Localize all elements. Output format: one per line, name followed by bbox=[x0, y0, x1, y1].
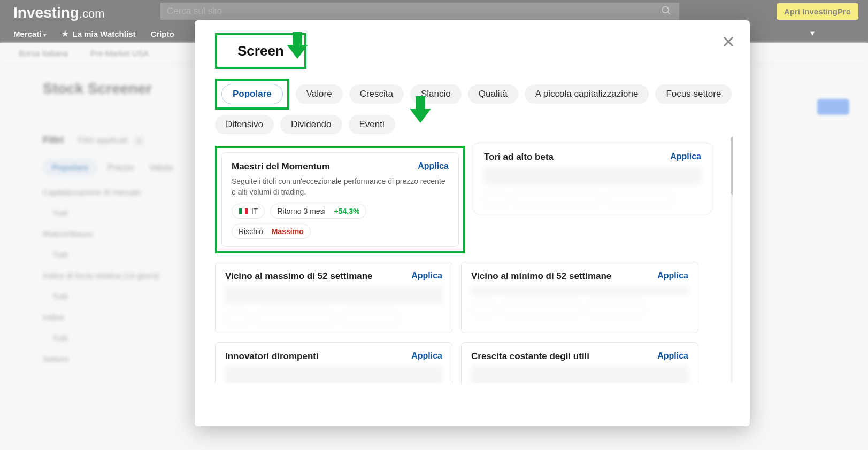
card-minimo-52[interactable]: Vicino al minimo di 52 settimane Applica bbox=[461, 262, 698, 333]
card-maestri-momentum[interactable]: Maestri del Momentum Applica Seguite i t… bbox=[221, 152, 459, 247]
modal-title: Screen bbox=[237, 43, 284, 59]
risk-pill: Rischio Massimo bbox=[232, 224, 311, 239]
country-code: IT bbox=[251, 207, 258, 215]
country-pill: IT bbox=[232, 204, 265, 219]
tab-focus[interactable]: Focus settore bbox=[655, 84, 732, 104]
tab-popolare-highlight: Popolare bbox=[215, 79, 289, 110]
scrollbar[interactable] bbox=[731, 136, 733, 383]
scroll-thumb[interactable] bbox=[731, 136, 733, 195]
card-title: Tori ad alto beta bbox=[484, 152, 554, 162]
apply-button[interactable]: Applica bbox=[411, 351, 442, 361]
tab-crescita[interactable]: Crescita bbox=[349, 84, 404, 104]
pill-blur bbox=[514, 191, 600, 206]
card-massimo-52[interactable]: Vicino al massimo di 52 settimane Applic… bbox=[215, 262, 452, 333]
card-title: Vicino al minimo di 52 settimane bbox=[471, 271, 611, 282]
card-desc-blur bbox=[471, 286, 688, 296]
card-title: Maestri del Momentum bbox=[232, 161, 330, 172]
card-desc: Seguite i titoli con un'eccezionale perf… bbox=[232, 176, 449, 197]
pill-blur bbox=[587, 302, 646, 317]
risk-value: Massimo bbox=[272, 227, 304, 236]
pill-blur bbox=[501, 302, 581, 317]
card-crescita-utili[interactable]: Crescita costante degli utili Applica bbox=[461, 342, 698, 383]
pill-blur bbox=[471, 302, 496, 317]
pill-row bbox=[484, 191, 701, 206]
risk-label: Rischio bbox=[239, 227, 263, 236]
screen-modal: Screen Popolare Valore Crescita Slancio … bbox=[195, 20, 750, 426]
tab-piccola[interactable]: A piccola capitalizzazione bbox=[525, 84, 649, 104]
card-title: Vicino al massimo di 52 settimane bbox=[225, 271, 373, 282]
card-desc-blur bbox=[225, 286, 442, 304]
tab-difensivo[interactable]: Difensivo bbox=[215, 115, 274, 134]
apply-button[interactable]: Applica bbox=[670, 152, 701, 161]
return-pill: Ritorno 3 mesi +54,3% bbox=[270, 204, 366, 219]
card-innovatori[interactable]: Innovatori dirompenti Applica bbox=[215, 342, 452, 383]
apply-button[interactable]: Applica bbox=[418, 161, 449, 171]
return-label: Ritorno 3 mesi bbox=[277, 207, 325, 215]
tab-popolare[interactable]: Popolare bbox=[221, 84, 283, 104]
pill-row: IT Ritorno 3 mesi +54,3% Rischio Massimo bbox=[232, 204, 449, 239]
tab-dividendo[interactable]: Dividendo bbox=[280, 115, 342, 134]
card-desc-blur bbox=[225, 366, 442, 383]
pill-blur bbox=[341, 311, 400, 325]
apply-button[interactable]: Applica bbox=[411, 271, 442, 281]
tab-eventi[interactable]: Eventi bbox=[349, 115, 395, 134]
apply-button[interactable]: Applica bbox=[657, 351, 688, 361]
card-tori-alto-beta[interactable]: Tori ad alto beta Applica bbox=[474, 143, 711, 214]
pill-blur bbox=[605, 191, 674, 206]
pill-blur bbox=[255, 311, 335, 325]
flag-it-icon bbox=[239, 208, 248, 214]
apply-button[interactable]: Applica bbox=[657, 271, 688, 281]
cards-scroll: Maestri del Momentum Applica Seguite i t… bbox=[215, 136, 733, 383]
tab-qualita[interactable]: Qualità bbox=[468, 84, 518, 104]
pill-blur bbox=[225, 311, 250, 325]
card-title: Crescita costante degli utili bbox=[471, 351, 589, 362]
close-icon[interactable] bbox=[721, 34, 736, 49]
pill-row bbox=[471, 302, 688, 317]
pill-blur bbox=[484, 191, 509, 206]
card-desc-blur bbox=[484, 167, 701, 185]
annotation-arrow-2 bbox=[409, 96, 432, 123]
card-desc-blur bbox=[471, 366, 688, 383]
annotation-arrow-1 bbox=[286, 32, 309, 59]
pill-row bbox=[225, 311, 442, 325]
return-value: +54,3% bbox=[334, 207, 360, 215]
card-highlight-box: Maestri del Momentum Applica Seguite i t… bbox=[215, 146, 465, 253]
tab-valore[interactable]: Valore bbox=[296, 84, 343, 104]
card-title: Innovatori dirompenti bbox=[225, 351, 319, 362]
tabs: Popolare Valore Crescita Slancio Qualità… bbox=[215, 79, 733, 134]
